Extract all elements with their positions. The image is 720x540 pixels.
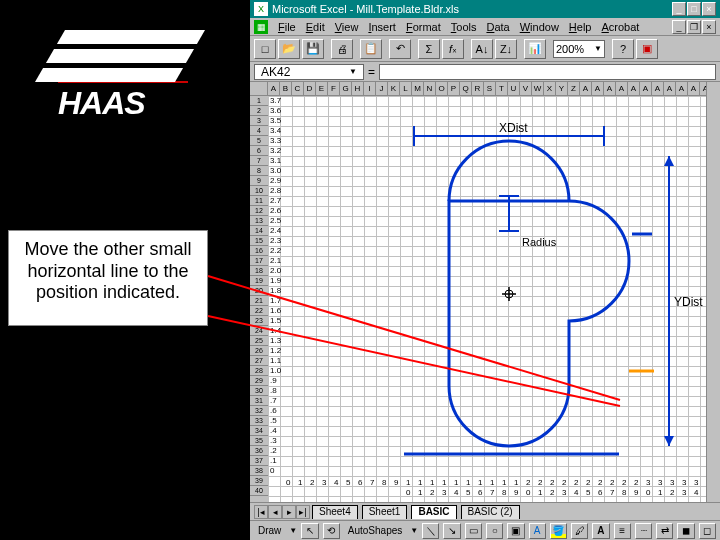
menu-tools[interactable]: Tools <box>447 21 481 33</box>
row-header[interactable]: 5 <box>250 136 268 146</box>
open-button[interactable]: 📂 <box>278 39 300 59</box>
column-header[interactable]: A <box>628 82 640 95</box>
line-button[interactable]: ＼ <box>422 523 439 539</box>
tab-nav-first[interactable]: |◂ <box>254 505 268 519</box>
autosum-button[interactable]: Σ <box>418 39 440 59</box>
column-header[interactable]: D <box>304 82 316 95</box>
rotate-button[interactable]: ⟲ <box>323 523 340 539</box>
column-header[interactable]: A <box>688 82 700 95</box>
column-header[interactable]: C <box>292 82 304 95</box>
column-header[interactable]: U <box>508 82 520 95</box>
rectangle-button[interactable]: ▭ <box>465 523 482 539</box>
fill-color-button[interactable]: 🪣 <box>550 523 567 539</box>
row-header[interactable]: 27 <box>250 356 268 366</box>
column-header[interactable]: N <box>424 82 436 95</box>
wordart-button[interactable]: A <box>529 523 546 539</box>
row-header[interactable]: 7 <box>250 156 268 166</box>
row-header[interactable]: 3 <box>250 116 268 126</box>
row-header[interactable]: 22 <box>250 306 268 316</box>
save-button[interactable]: 💾 <box>302 39 324 59</box>
column-header[interactable]: Z <box>568 82 580 95</box>
menu-window[interactable]: Window <box>516 21 563 33</box>
row-header[interactable]: 18 <box>250 266 268 276</box>
row-header[interactable]: 35 <box>250 436 268 446</box>
row-header[interactable]: 14 <box>250 226 268 236</box>
column-header[interactable]: R <box>472 82 484 95</box>
sheet-tab[interactable]: Sheet1 <box>362 505 408 519</box>
tab-nav-last[interactable]: ▸| <box>296 505 310 519</box>
row-header[interactable]: 11 <box>250 196 268 206</box>
pdf-button[interactable]: ▣ <box>636 39 658 59</box>
column-header[interactable]: A <box>640 82 652 95</box>
select-objects-button[interactable]: ↖ <box>301 523 318 539</box>
textbox-button[interactable]: ▣ <box>507 523 524 539</box>
menu-insert[interactable]: Insert <box>364 21 400 33</box>
menu-edit[interactable]: Edit <box>302 21 329 33</box>
column-header[interactable]: K <box>388 82 400 95</box>
paste-button[interactable]: 📋 <box>360 39 382 59</box>
row-header[interactable]: 4 <box>250 126 268 136</box>
row-header[interactable]: 23 <box>250 316 268 326</box>
row-header[interactable]: 2 <box>250 106 268 116</box>
row-header[interactable]: 39 <box>250 476 268 486</box>
doc-minimize-button[interactable]: _ <box>672 20 686 34</box>
arrow-style-button[interactable]: ⇄ <box>656 523 673 539</box>
menu-help[interactable]: Help <box>565 21 596 33</box>
column-header[interactable]: W <box>532 82 544 95</box>
column-header[interactable]: X <box>544 82 556 95</box>
menu-data[interactable]: Data <box>482 21 513 33</box>
column-header[interactable]: V <box>520 82 532 95</box>
column-header[interactable]: M <box>412 82 424 95</box>
arrow-button[interactable]: ↘ <box>443 523 460 539</box>
column-header[interactable]: S <box>484 82 496 95</box>
row-header[interactable]: 13 <box>250 216 268 226</box>
column-header[interactable]: A <box>604 82 616 95</box>
row-header[interactable]: 37 <box>250 456 268 466</box>
row-header[interactable]: 25 <box>250 336 268 346</box>
row-header[interactable]: 38 <box>250 466 268 476</box>
row-header[interactable]: 32 <box>250 406 268 416</box>
column-header[interactable]: A <box>652 82 664 95</box>
column-header[interactable]: Y <box>556 82 568 95</box>
row-header[interactable]: 24 <box>250 326 268 336</box>
dash-style-button[interactable]: ┈ <box>635 523 652 539</box>
column-header[interactable]: A <box>676 82 688 95</box>
chart-button[interactable]: 📊 <box>524 39 546 59</box>
column-header[interactable]: J <box>376 82 388 95</box>
sort-desc-button[interactable]: Z↓ <box>495 39 517 59</box>
row-header[interactable]: 30 <box>250 386 268 396</box>
row-header[interactable]: 17 <box>250 256 268 266</box>
vertical-scrollbar[interactable] <box>706 82 720 502</box>
select-all-corner[interactable] <box>250 82 268 95</box>
help-button[interactable]: ? <box>612 39 634 59</box>
row-header[interactable]: 12 <box>250 206 268 216</box>
column-header[interactable]: H <box>352 82 364 95</box>
row-header[interactable]: 6 <box>250 146 268 156</box>
column-header[interactable]: A <box>616 82 628 95</box>
row-header[interactable]: 20 <box>250 286 268 296</box>
column-header[interactable]: O <box>436 82 448 95</box>
close-button[interactable]: × <box>702 2 716 16</box>
oval-button[interactable]: ○ <box>486 523 503 539</box>
row-header[interactable]: 31 <box>250 396 268 406</box>
row-header[interactable]: 9 <box>250 176 268 186</box>
column-header[interactable]: A <box>580 82 592 95</box>
row-header[interactable]: 1 <box>250 96 268 106</box>
column-header[interactable]: A <box>664 82 676 95</box>
menu-format[interactable]: Format <box>402 21 445 33</box>
column-header[interactable]: G <box>340 82 352 95</box>
row-header[interactable]: 40 <box>250 486 268 496</box>
autoshapes-menu[interactable]: AutoShapes <box>344 525 407 536</box>
tab-nav-prev[interactable]: ◂ <box>268 505 282 519</box>
formula-input[interactable] <box>379 64 716 80</box>
print-button[interactable]: 🖨 <box>331 39 353 59</box>
column-header[interactable]: P <box>448 82 460 95</box>
row-header[interactable]: 8 <box>250 166 268 176</box>
menu-acrobat[interactable]: Acrobat <box>597 21 643 33</box>
sheet-tab[interactable]: BASIC (2) <box>461 505 520 519</box>
sheet-tab-active[interactable]: BASIC <box>411 505 456 519</box>
draw-menu[interactable]: Draw <box>254 525 285 536</box>
row-header[interactable]: 15 <box>250 236 268 246</box>
name-box[interactable]: AK42▼ <box>254 64 364 80</box>
column-header[interactable]: F <box>328 82 340 95</box>
